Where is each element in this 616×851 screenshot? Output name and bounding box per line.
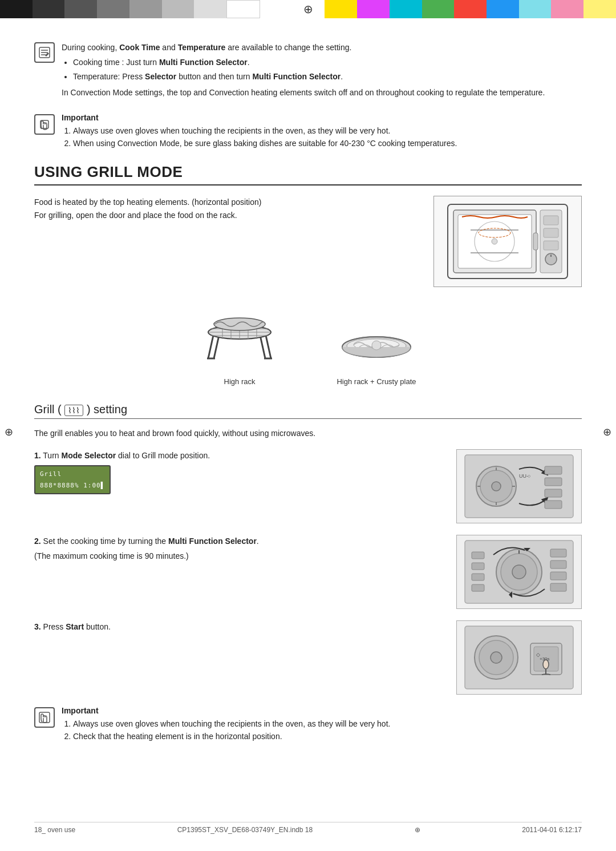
section-title: USING GRILL MODE (34, 163, 582, 185)
svg-point-78 (543, 660, 549, 669)
svg-rect-65 (550, 583, 566, 591)
svg-rect-52 (545, 478, 562, 486)
svg-point-35 (214, 318, 265, 330)
svg-point-73 (491, 652, 502, 663)
rack-item-high-crusty: High rack + Crusty plate (331, 304, 422, 386)
step-1-text: 1. Turn Mode Selector dial to Grill mode… (34, 449, 445, 495)
grill-intro-text: Food is heated by the top heating elemen… (34, 196, 420, 221)
step-3-row: 3. Press Start button. ◇ +30s (34, 620, 582, 695)
grill-intro: Food is heated by the top heating elemen… (34, 196, 582, 287)
svg-text:○: ○ (528, 473, 530, 479)
svg-text:UU-: UU- (519, 473, 528, 479)
step-1-row: 1. Turn Mode Selector dial to Grill mode… (34, 449, 582, 523)
grill-icon-inline: ⌇⌇⌇ (64, 405, 83, 416)
step-3-image: ◇ +30s (456, 620, 582, 695)
page-footer: 18_ oven use CP1395ST_XSV_DE68-03749Y_EN… (34, 822, 582, 834)
footer-page-num: 18_ oven use (34, 826, 75, 834)
rack-high-label: High rack (224, 377, 256, 386)
svg-line-20 (208, 333, 214, 358)
important-content-2: Important Always use oven gloves when to… (62, 706, 582, 743)
svg-point-40 (372, 341, 381, 350)
grill-display: Grill 888*8888% 1:00▌ (34, 465, 111, 494)
rack-crusty-image (331, 304, 422, 373)
svg-rect-15 (544, 241, 558, 250)
svg-rect-14 (544, 228, 558, 237)
step-2-row: 2. Set the cooking time by turning the M… (34, 535, 582, 609)
subsection-title-text: Grill ( ⌇⌇⌇ ) setting (34, 403, 127, 416)
grill-intro-image (433, 196, 582, 287)
registration-mark-left: ⊕ (5, 426, 13, 438)
rack-crusty-label: High rack + Crusty plate (337, 377, 416, 386)
note-text: During cooking, Cook Time and Temperatur… (62, 41, 582, 102)
svg-rect-66 (472, 552, 484, 559)
step-2-image (456, 535, 582, 609)
footer-date: 2011-04-01 6:12:17 (522, 826, 582, 834)
registration-mark-right: ⊕ (603, 426, 611, 438)
important-content-1: Important Always use oven gloves when to… (62, 113, 582, 150)
svg-rect-68 (472, 574, 484, 580)
registration-mark-top: ⊕ (303, 2, 313, 16)
important-item-2-1: Always use oven gloves when touching the… (73, 717, 582, 730)
svg-line-21 (265, 333, 271, 358)
important-icon-1 (34, 114, 55, 135)
svg-rect-51 (545, 466, 562, 474)
important-item-1-2: When using Convection Mode, be sure glas… (73, 137, 582, 150)
important-item-2-2: Check that the heating element is in the… (73, 730, 582, 743)
important-icon-2 (34, 707, 55, 728)
step-3-text: 3. Press Start button. (34, 620, 445, 633)
rack-item-high: High rack (194, 304, 285, 386)
important-box-2: Important Always use oven gloves when to… (34, 706, 582, 743)
svg-point-9 (492, 239, 497, 244)
svg-rect-53 (545, 489, 562, 497)
grill-setting-intro: The grill enables you to heat and brown … (34, 427, 582, 439)
svg-rect-67 (472, 563, 484, 570)
important-box-1: Important Always use oven gloves when to… (34, 113, 582, 150)
subsection-title-grill: Grill ( ⌇⌇⌇ ) setting (34, 403, 582, 419)
important-title-2: Important (62, 706, 582, 715)
important-title-1: Important (62, 113, 582, 122)
step-1-image: UU- ○ (456, 449, 582, 523)
svg-rect-62 (550, 549, 566, 557)
footer-file-info: CP1395ST_XSV_DE68-03749Y_EN.indb 18 (177, 826, 313, 834)
grill-intro-p2: For grilling, open the door and place th… (34, 209, 420, 221)
svg-rect-13 (544, 216, 558, 225)
svg-point-44 (492, 482, 501, 491)
rack-high-image (194, 304, 285, 373)
svg-rect-63 (550, 560, 566, 568)
svg-rect-18 (533, 233, 538, 250)
grill-intro-p1: Food is heated by the top heating elemen… (34, 196, 420, 208)
rack-row: High rack (34, 304, 582, 386)
svg-rect-54 (545, 501, 562, 509)
svg-rect-64 (550, 572, 566, 580)
note-icon (34, 42, 55, 63)
footer-reg-mark: ⊕ (415, 826, 420, 834)
note-box: During cooking, Cook Time and Temperatur… (34, 41, 582, 102)
svg-point-58 (512, 565, 526, 579)
important-item-1-1: Always use oven gloves when touching the… (73, 124, 582, 137)
main-content: During cooking, Cook Time and Temperatur… (0, 18, 616, 802)
svg-rect-69 (472, 584, 484, 591)
step-2-text: 2. Set the cooking time by turning the M… (34, 535, 445, 563)
